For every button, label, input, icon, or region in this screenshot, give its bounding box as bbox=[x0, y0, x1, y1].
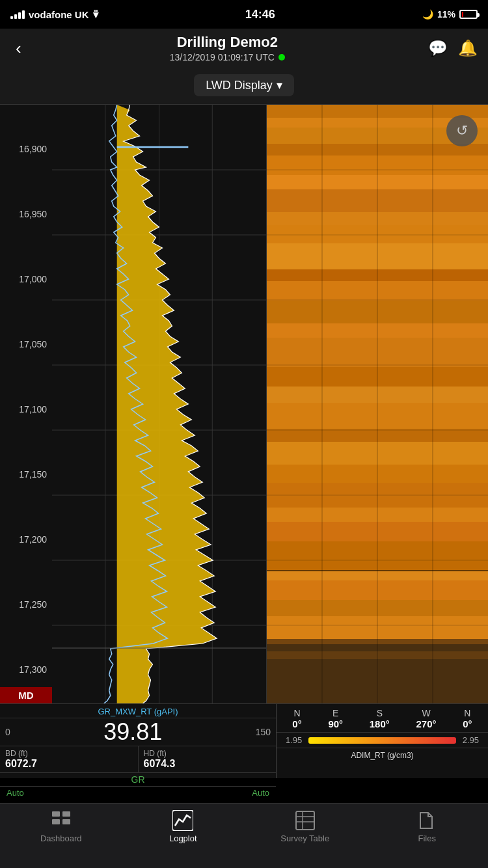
nav-label-survey-table: Survey Table bbox=[280, 834, 329, 843]
moon-icon: 🌙 bbox=[422, 9, 433, 20]
depth-label-7: 17,250 bbox=[3, 599, 52, 610]
header-icons: 💬 🔔 bbox=[428, 39, 478, 57]
gr-header: GR_MXW_RT (gAPI) bbox=[0, 704, 276, 718]
signal-icon bbox=[10, 10, 25, 19]
gr-max-label: 150 bbox=[256, 727, 271, 737]
density-min-label: 1.95 bbox=[282, 735, 306, 745]
gr-waveform-panel[interactable] bbox=[52, 105, 267, 703]
hd-value: 6074.3 bbox=[144, 758, 271, 770]
depth-axis: 16,900 16,950 17,000 17,050 17,100 17,15… bbox=[0, 105, 52, 703]
app-header: ‹ Drilling Demo2 13/12/2019 01:09:17 UTC… bbox=[0, 29, 488, 69]
lwd-display-dropdown[interactable]: LWD Display ▾ bbox=[194, 74, 294, 96]
nav-label-logplot: Logplot bbox=[169, 834, 197, 843]
history-icon: ↺ bbox=[456, 122, 468, 139]
compass-N2: N 0° bbox=[463, 708, 472, 729]
wifi-icon: ▾̈ bbox=[93, 8, 98, 21]
gr-channel-label: GR_MXW_RT (gAPI) bbox=[98, 707, 178, 716]
bd-hd-row: BD (ft) 6072.7 HD (ft) 6074.3 bbox=[0, 746, 276, 772]
status-bar: vodafone UK ▾̈ 14:46 🌙 11% bbox=[0, 0, 488, 29]
files-icon bbox=[416, 810, 437, 831]
density-name-row: ADIM_RT (g/cm3) bbox=[277, 748, 488, 763]
nav-item-dashboard[interactable]: Dashboard bbox=[0, 810, 122, 843]
compass-dir-E: E bbox=[328, 708, 343, 718]
chevron-down-icon: ▾ bbox=[277, 78, 282, 92]
depth-label-6: 17,200 bbox=[3, 534, 52, 545]
compass-density-panel: N 0° E 90° S 180° W 270° N 0° 1.95 2 bbox=[277, 704, 488, 778]
chart-area: 16,900 16,950 17,000 17,050 17,100 17,15… bbox=[0, 105, 488, 703]
gr-min-label: 0 bbox=[5, 727, 10, 737]
status-left: vodafone UK ▾̈ bbox=[10, 8, 98, 21]
compass-deg-W: 270° bbox=[416, 718, 437, 729]
heatmap-svg bbox=[267, 105, 488, 703]
heatmap-panel[interactable]: ↺ bbox=[267, 105, 488, 703]
auto-right-label: Auto bbox=[252, 788, 269, 798]
nav-item-logplot[interactable]: Logplot bbox=[122, 810, 245, 843]
compass-dir-S: S bbox=[370, 708, 390, 718]
compass-N1: N 0° bbox=[292, 708, 301, 729]
compass-row: N 0° E 90° S 180° W 270° N 0° bbox=[277, 704, 488, 733]
depth-label-4: 17,100 bbox=[3, 404, 52, 414]
nav-label-files: Files bbox=[418, 834, 436, 843]
depth-label-3: 17,050 bbox=[3, 339, 52, 349]
depth-label-2: 17,000 bbox=[3, 274, 52, 284]
compass-W: W 270° bbox=[416, 708, 437, 729]
data-strip: GR_MXW_RT (gAPI) 0 39.81 150 BD (ft) 607… bbox=[0, 703, 488, 778]
gr-chart-svg bbox=[52, 105, 266, 703]
hd-col: HD (ft) 6074.3 bbox=[139, 746, 277, 772]
depth-label-8: 17,300 bbox=[3, 664, 52, 675]
compass-S: S 180° bbox=[370, 708, 390, 729]
gr-name-row: GR bbox=[0, 772, 276, 786]
auto-left-label: Auto bbox=[7, 788, 24, 798]
gr-name-label: GR bbox=[131, 774, 145, 785]
bd-value: 6072.7 bbox=[5, 758, 133, 770]
density-bar-row: 1.95 2.95 bbox=[277, 733, 488, 748]
gr-data-left: GR_MXW_RT (gAPI) 0 39.81 150 BD (ft) 607… bbox=[0, 704, 277, 778]
svg-rect-61 bbox=[62, 811, 70, 817]
history-button[interactable]: ↺ bbox=[446, 115, 478, 146]
svg-rect-60 bbox=[52, 811, 60, 817]
dropdown-label: LWD Display bbox=[206, 79, 273, 92]
online-indicator bbox=[278, 54, 285, 61]
dropdown-bar: LWD Display ▾ bbox=[0, 69, 488, 105]
compass-dir-W: W bbox=[416, 708, 437, 718]
density-colorbar bbox=[308, 737, 455, 744]
carrier-label: vodafone UK bbox=[29, 9, 89, 20]
survey-table-icon bbox=[295, 810, 316, 831]
messages-icon[interactable]: 💬 bbox=[428, 39, 448, 57]
depth-label-5: 17,150 bbox=[3, 469, 52, 480]
auto-row: Auto Auto bbox=[0, 786, 276, 799]
header-subtitle: 13/12/2019 01:09:17 UTC bbox=[27, 52, 428, 62]
battery-icon bbox=[459, 10, 478, 19]
notification-icon[interactable]: 🔔 bbox=[458, 39, 478, 57]
bd-label: BD (ft) bbox=[5, 749, 133, 758]
compass-deg-N1: 0° bbox=[292, 718, 301, 729]
bd-col: BD (ft) 6072.7 bbox=[0, 746, 139, 772]
gr-current-value: 39.81 bbox=[10, 718, 256, 746]
status-right: 🌙 11% bbox=[422, 9, 478, 20]
dashboard-icon bbox=[51, 810, 72, 831]
bottom-nav: Dashboard Logplot Survey Table Files bbox=[0, 803, 488, 868]
logplot-icon bbox=[172, 810, 193, 831]
nav-item-survey-table[interactable]: Survey Table bbox=[244, 810, 366, 843]
compass-deg-S: 180° bbox=[370, 718, 390, 729]
back-button[interactable]: ‹ bbox=[10, 36, 27, 61]
compass-deg-E: 90° bbox=[328, 718, 343, 729]
compass-dir-N1: N bbox=[292, 708, 301, 718]
svg-rect-63 bbox=[62, 819, 70, 824]
timestamp-label: 13/12/2019 01:09:17 UTC bbox=[170, 52, 275, 62]
compass-deg-N2: 0° bbox=[463, 718, 472, 729]
page-title: Drilling Demo2 bbox=[27, 34, 428, 51]
clock: 14:46 bbox=[245, 8, 275, 21]
gr-value-row: 0 39.81 150 bbox=[0, 718, 276, 746]
depth-label-1: 16,950 bbox=[3, 209, 52, 219]
compass-E: E 90° bbox=[328, 708, 343, 729]
depth-label-0: 16,900 bbox=[3, 144, 52, 154]
header-title-block: Drilling Demo2 13/12/2019 01:09:17 UTC bbox=[27, 34, 428, 62]
battery-percent: 11% bbox=[437, 9, 455, 20]
nav-label-dashboard: Dashboard bbox=[40, 834, 82, 843]
nav-item-files[interactable]: Files bbox=[366, 810, 489, 843]
svg-rect-62 bbox=[52, 819, 60, 824]
svg-rect-65 bbox=[296, 811, 314, 830]
density-max-label: 2.95 bbox=[459, 735, 483, 745]
hd-label: HD (ft) bbox=[144, 749, 271, 758]
